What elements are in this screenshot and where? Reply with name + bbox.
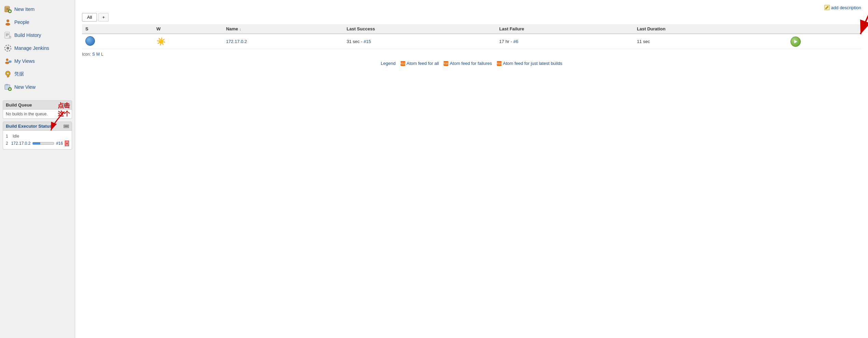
icon-label: Icon: <box>82 52 91 57</box>
build-queue-box: Build Queue — No builds in the queue. <box>3 100 72 119</box>
jobs-table: S W Name ↓ Last Success Last Failure Las… <box>82 24 861 49</box>
svg-marker-27 <box>794 40 797 43</box>
build-executor-title-link[interactable]: Build Executor Status <box>6 124 52 129</box>
add-description-link[interactable]: add description <box>824 5 861 10</box>
feed-all-label: Atom feed for all <box>407 61 439 66</box>
col-header-actions <box>787 24 861 34</box>
sidebar-item-new-view[interactable]: New View <box>0 81 75 94</box>
executor-build-num-2[interactable]: #16 <box>56 141 63 146</box>
svg-rect-21 <box>5 84 8 85</box>
weather-sun-icon: ☀️ <box>156 37 166 46</box>
build-now-button[interactable] <box>790 37 801 47</box>
cell-last-failure: 17 hr - #6 <box>496 34 633 49</box>
sidebar-item-build-history[interactable]: Build History <box>0 29 75 42</box>
new-view-icon <box>4 83 12 91</box>
sort-arrow: ↓ <box>239 27 241 31</box>
last-failure-text: 17 hr - <box>499 39 513 44</box>
executor-job-link-2[interactable]: 172.17.0.2 <box>11 141 31 146</box>
col-header-w: W <box>153 24 223 34</box>
status-ball-blue <box>85 36 95 46</box>
sidebar-item-new-view-label: New View <box>14 84 36 90</box>
executor-num-2: 2 <box>6 141 9 146</box>
last-success-link[interactable]: #15 <box>364 39 371 44</box>
sidebar-item-people[interactable]: People <box>0 16 75 29</box>
build-queue-title: Build Queue <box>6 102 32 108</box>
legend-link[interactable]: Legend <box>381 61 395 66</box>
new-item-icon <box>4 5 12 13</box>
icon-size-row: Icon: S M L <box>82 52 861 57</box>
sidebar-item-my-views[interactable]: My Views <box>0 55 75 68</box>
svg-point-13 <box>6 47 9 50</box>
last-failure-link[interactable]: #6 <box>513 39 518 44</box>
executor-row-1: 1 Idle <box>6 133 69 140</box>
sidebar-item-build-history-label: Build History <box>14 32 41 38</box>
executor-progress-fill-2 <box>33 142 40 144</box>
legend-label: Legend <box>381 61 395 66</box>
sidebar-item-credentials-label: 凭据 <box>14 71 24 77</box>
col-header-name: Name ↓ <box>223 24 343 34</box>
build-executor-box: Build Executor Status — 1 Idle 2 172.17.… <box>3 122 72 150</box>
svg-point-19 <box>7 73 9 74</box>
sidebar: New Item People <box>0 0 75 338</box>
build-history-icon <box>4 31 12 39</box>
sidebar-item-new-item[interactable]: New Item <box>0 3 75 16</box>
cell-build-btn: 点击构建 <box>787 34 861 49</box>
col-header-last-duration: Last Duration <box>633 24 787 34</box>
last-success-text: 31 sec - <box>347 39 364 44</box>
cell-last-success: 31 sec - #15 <box>343 34 496 49</box>
executor-row-2: 2 172.17.0.2 #16 ✕ <box>6 140 69 147</box>
build-executor-minimize[interactable]: — <box>64 125 69 128</box>
sidebar-item-manage-jenkins[interactable]: Manage Jenkins <box>0 42 75 55</box>
col-header-last-failure: Last Failure <box>496 24 633 34</box>
icon-size-l-text: L <box>101 52 103 57</box>
sidebar-item-people-label: People <box>14 19 29 25</box>
feed-latest-link[interactable]: RSS Atom feed for just latest builds <box>497 61 562 66</box>
top-bar: add description <box>82 3 861 13</box>
build-queue-header: Build Queue — <box>3 101 72 110</box>
edit-icon <box>824 5 830 10</box>
sidebar-item-new-item-label: New Item <box>14 6 34 12</box>
build-queue-minimize[interactable]: — <box>64 103 69 107</box>
table-row: ☀️ 172.17.0.2 31 sec - #15 17 hr - #6 11… <box>82 34 861 49</box>
credentials-icon <box>4 70 12 78</box>
cell-name: 172.17.0.2 <box>223 34 343 49</box>
build-queue-empty: No builds in the queue. <box>6 112 48 116</box>
sidebar-item-my-views-label: My Views <box>14 58 35 64</box>
feed-failures-link[interactable]: RSS Atom feed for failures <box>444 61 492 66</box>
icon-size-m[interactable]: M <box>96 52 100 57</box>
executor-stop-btn-2[interactable]: ✕ <box>65 141 69 146</box>
sidebar-item-manage-jenkins-label: Manage Jenkins <box>14 45 49 51</box>
build-executor-header: Build Executor Status — <box>3 122 72 131</box>
executor-status-1: Idle <box>13 134 19 139</box>
tab-all[interactable]: All <box>82 13 97 22</box>
feed-latest-label: Atom feed for just latest builds <box>503 61 562 66</box>
cell-last-duration: 11 sec <box>633 34 787 49</box>
executor-num-1: 1 <box>6 134 11 139</box>
feed-all-link[interactable]: RSS Atom feed for all <box>401 61 439 66</box>
sidebar-item-credentials[interactable]: 凭据 <box>0 68 75 81</box>
job-name-link[interactable]: 172.17.0.2 <box>226 39 247 44</box>
col-header-s: S <box>82 24 153 34</box>
rss-icon-all: RSS <box>401 61 405 66</box>
rss-icon-latest: RSS <box>497 61 502 66</box>
svg-point-8 <box>5 23 10 26</box>
tabs-bar: All + <box>82 13 861 22</box>
cell-status <box>82 34 153 49</box>
feed-failures-label: Atom feed for failures <box>450 61 492 66</box>
tab-add[interactable]: + <box>98 13 109 22</box>
icon-size-s[interactable]: S <box>92 52 95 57</box>
people-icon <box>4 18 12 26</box>
svg-rect-9 <box>5 32 10 38</box>
play-icon <box>793 39 798 44</box>
footer-links: Legend RSS Atom feed for all RSS Atom fe… <box>82 59 861 67</box>
rss-icon-failures: RSS <box>444 61 448 66</box>
my-views-icon <box>4 57 12 65</box>
manage-jenkins-icon <box>4 44 12 52</box>
col-header-last-success: Last Success <box>343 24 496 34</box>
cell-weather: ☀️ <box>153 34 223 49</box>
svg-point-16 <box>5 62 9 64</box>
main-content: add description All + S W Name ↓ Last Su… <box>75 0 868 338</box>
table-header-row: S W Name ↓ Last Success Last Failure Las… <box>82 24 861 34</box>
build-executor-content: 1 Idle 2 172.17.0.2 #16 ✕ <box>3 131 72 149</box>
build-queue-content: No builds in the queue. <box>3 110 72 118</box>
